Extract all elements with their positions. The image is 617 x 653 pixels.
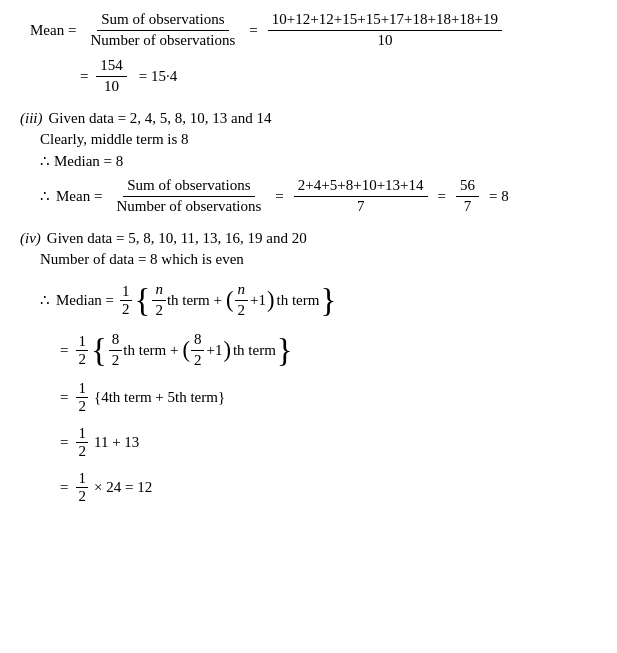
th-term-4: th term bbox=[233, 342, 276, 359]
n-num: n bbox=[152, 280, 166, 301]
n-den-2: 2 bbox=[235, 301, 249, 321]
median-8: Median = 8 bbox=[54, 153, 123, 170]
mean-label-2: Mean = bbox=[56, 188, 102, 205]
half-num: 1 bbox=[120, 283, 132, 301]
iii-denom: 7 bbox=[353, 197, 369, 217]
plus-1-2: +1 bbox=[206, 342, 222, 359]
values-fraction: 10+12+12+15+15+17+18+18+18+19 10 bbox=[268, 10, 502, 50]
half-fraction: 1 2 bbox=[120, 283, 132, 318]
median-final-line: = 1 2 × 24 = 12 bbox=[60, 470, 597, 505]
times-24: × 24 = 12 bbox=[94, 479, 152, 496]
big-brace-open-2: { bbox=[91, 334, 107, 367]
iii-label: (iii) bbox=[20, 110, 43, 127]
big-paren-close: ) bbox=[267, 289, 275, 312]
iii-clearly: Clearly, middle term is 8 bbox=[20, 131, 597, 148]
denominator: 10 bbox=[373, 31, 396, 51]
sum-label: Sum of observations bbox=[97, 10, 228, 31]
n-num-2: n bbox=[235, 280, 249, 301]
eight-num: 8 bbox=[109, 330, 123, 351]
big-brace-close: } bbox=[320, 284, 336, 317]
iv-number: Number of data = 8 which is even bbox=[20, 251, 597, 268]
num-label-2: Number of observations bbox=[112, 197, 265, 217]
median-intro: Median = bbox=[56, 292, 114, 309]
therefore-2: ∴ bbox=[40, 187, 50, 205]
8-over-2: 8 2 bbox=[109, 330, 123, 370]
equals-3: = bbox=[275, 188, 283, 205]
half-den-5: 2 bbox=[76, 488, 88, 505]
big-paren-open: ( bbox=[226, 289, 234, 312]
eight-den: 2 bbox=[109, 351, 123, 371]
eight-num-2: 8 bbox=[191, 330, 205, 351]
result-value: = 15·4 bbox=[139, 68, 177, 85]
big-brace-close-2: } bbox=[277, 334, 293, 367]
val-11-13: 11 + 13 bbox=[94, 434, 139, 451]
iii-sum: 2+4+5+8+10+13+14 bbox=[294, 176, 428, 197]
half-num-3: 1 bbox=[76, 380, 88, 398]
equals-7: = bbox=[60, 434, 68, 451]
therefore-3: ∴ bbox=[40, 291, 50, 309]
iii-clearly-text: Clearly, middle term is 8 bbox=[40, 131, 189, 148]
th-term-3: th term + bbox=[123, 342, 178, 359]
half-num-4: 1 bbox=[76, 425, 88, 443]
iii-given: Given data = 2, 4, 5, 8, 10, 13 and 14 bbox=[49, 110, 272, 127]
sum-values: 10+12+12+15+15+17+18+18+18+19 bbox=[268, 10, 502, 31]
big-paren-open-2: ( bbox=[182, 339, 190, 362]
plus-1: +1 bbox=[250, 292, 266, 309]
iii-denom-2: 7 bbox=[460, 197, 476, 217]
sum-label-2: Sum of observations bbox=[123, 176, 254, 197]
num-label: Number of observations bbox=[86, 31, 239, 51]
equals-5: = bbox=[60, 342, 68, 359]
iv-label: (iv) bbox=[20, 230, 41, 247]
half-den-4: 2 bbox=[76, 443, 88, 460]
th-term-1: th term + bbox=[167, 292, 222, 309]
median-sub-line: = 1 2 { 8 2 th term + ( 8 2 +1 ) th term… bbox=[60, 330, 597, 370]
equals-4: = bbox=[438, 188, 446, 205]
result-fraction: 154 10 bbox=[96, 56, 127, 96]
th-term-2: th term bbox=[276, 292, 319, 309]
half-fraction-3: 1 2 bbox=[76, 380, 88, 415]
half-den-2: 2 bbox=[76, 351, 88, 368]
median-11-13-line: = 1 2 11 + 13 bbox=[60, 425, 597, 460]
equals-2: = bbox=[80, 68, 92, 85]
half-fraction-2: 1 2 bbox=[76, 333, 88, 368]
mean-label: Mean = bbox=[30, 22, 76, 39]
iv-number-text: Number of data = 8 which is even bbox=[40, 251, 244, 268]
half-num-5: 1 bbox=[76, 470, 88, 488]
mean-fraction-2: Sum of observations Number of observatio… bbox=[112, 176, 265, 216]
8-over-2-2: 8 2 bbox=[191, 330, 205, 370]
half-fraction-5: 1 2 bbox=[76, 470, 88, 505]
section-iv: (iv) Given data = 5, 8, 10, 11, 13, 16, … bbox=[20, 230, 597, 505]
iii-56: 56 bbox=[456, 176, 479, 197]
iii-result: = 8 bbox=[489, 188, 509, 205]
eight-den-2: 2 bbox=[191, 351, 205, 371]
iii-header: (iii) Given data = 2, 4, 5, 8, 10, 13 an… bbox=[20, 110, 597, 127]
n-den: 2 bbox=[152, 301, 166, 321]
big-brace-open: { bbox=[135, 284, 151, 317]
half-fraction-4: 1 2 bbox=[76, 425, 88, 460]
half-den: 2 bbox=[120, 301, 132, 318]
equals-8: = bbox=[60, 479, 68, 496]
mean-fraction: Sum of observations Number of observatio… bbox=[86, 10, 239, 50]
therefore-1: ∴ bbox=[40, 152, 50, 170]
equals-6: = bbox=[60, 389, 68, 406]
iii-values-fraction: 2+4+5+8+10+13+14 7 bbox=[294, 176, 428, 216]
half-num-2: 1 bbox=[76, 333, 88, 351]
den-10: 10 bbox=[100, 77, 123, 97]
median-formula-line: ∴ Median = 1 2 { n 2 th term + ( n 2 +1 … bbox=[40, 280, 597, 320]
mean-section-1: Mean = Sum of observations Number of obs… bbox=[20, 10, 597, 96]
n-over-2: n 2 bbox=[152, 280, 166, 320]
fourth-fifth-text: {4th term + 5th term} bbox=[94, 389, 225, 406]
iv-header: (iv) Given data = 5, 8, 10, 11, 13, 16, … bbox=[20, 230, 597, 247]
iii-56-fraction: 56 7 bbox=[456, 176, 479, 216]
big-paren-close-2: ) bbox=[223, 339, 231, 362]
median-4th-5th-line: = 1 2 {4th term + 5th term} bbox=[60, 380, 597, 415]
section-iii: (iii) Given data = 2, 4, 5, 8, 10, 13 an… bbox=[20, 110, 597, 216]
equals-1: = bbox=[249, 22, 257, 39]
iv-given: Given data = 5, 8, 10, 11, 13, 16, 19 an… bbox=[47, 230, 307, 247]
half-den-3: 2 bbox=[76, 398, 88, 415]
n-over-2-2: n 2 bbox=[235, 280, 249, 320]
iii-median: ∴ Median = 8 bbox=[20, 152, 597, 170]
iii-mean-line: ∴ Mean = Sum of observations Number of o… bbox=[40, 176, 597, 216]
num-154: 154 bbox=[96, 56, 127, 77]
